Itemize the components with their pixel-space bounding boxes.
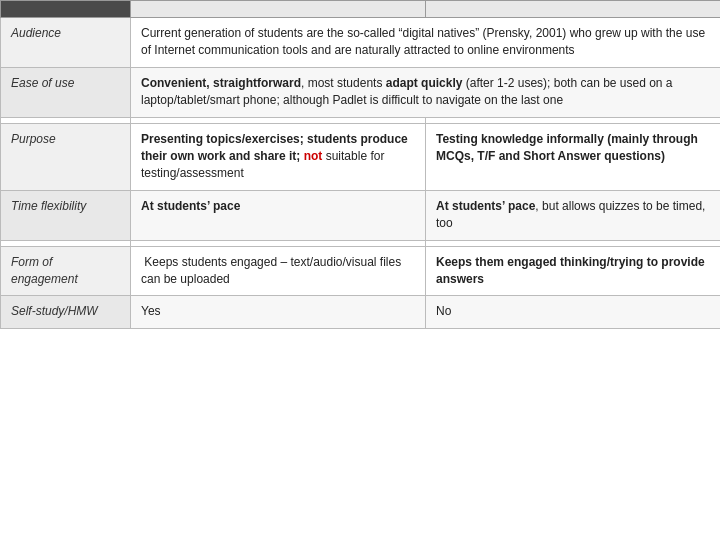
feature-label-ease_of_use: Ease of use [1, 67, 131, 117]
socrative-cell-time_flexibility: At students’ pace, but allows quizzes to… [426, 190, 721, 240]
feature-label-self_study: Self-study/HMW [1, 296, 131, 328]
feature-label-purpose: Purpose [1, 123, 131, 190]
socrative-cell-purpose: Testing knowledge informally (mainly thr… [426, 123, 721, 190]
padlet-header [131, 1, 426, 18]
socrative-cell-form_of_engagement: Keeps them engaged thinking/trying to pr… [426, 246, 721, 296]
table-row: Ease of useConvenient, straightforward, … [1, 67, 721, 117]
table-row: Time flexibilityAt students’ paceAt stud… [1, 190, 721, 240]
table-row: PurposePresenting topics/exercises; stud… [1, 123, 721, 190]
padlet-cell-time_flexibility: At students’ pace [131, 190, 426, 240]
socrative-cell-self_study: No [426, 296, 721, 328]
features-header [1, 1, 131, 18]
table-row: Self-study/HMWYesNo [1, 296, 721, 328]
padlet-cell-self_study: Yes [131, 296, 426, 328]
padlet-cell-ease_of_use: Convenient, straightforward, most studen… [131, 67, 721, 117]
socrative-header [426, 1, 721, 18]
feature-label-audience: Audience [1, 18, 131, 68]
padlet-cell-audience: Current generation of students are the s… [131, 18, 721, 68]
feature-label-time_flexibility: Time flexibility [1, 190, 131, 240]
padlet-cell-form_of_engagement: Keeps students engaged – text/audio/visu… [131, 246, 426, 296]
padlet-cell-purpose: Presenting topics/exercises; students pr… [131, 123, 426, 190]
feature-label-form_of_engagement: Form of engagement [1, 246, 131, 296]
table-row: AudienceCurrent generation of students a… [1, 18, 721, 68]
table-row: Form of engagement Keeps students engage… [1, 246, 721, 296]
